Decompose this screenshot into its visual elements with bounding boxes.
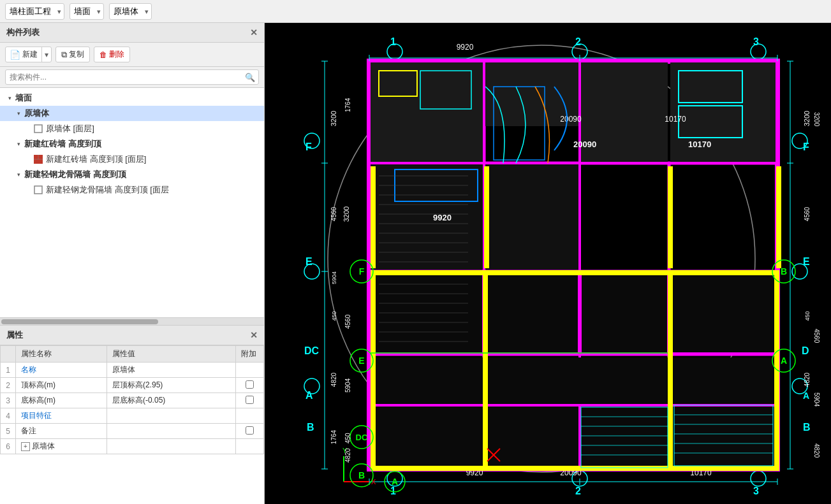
properties-panel: 属性 ✕ 属性名称 属性值 附加 1	[0, 326, 264, 504]
row3-num: 3	[1, 393, 16, 408]
surface-select[interactable]: 墙面	[70, 3, 104, 20]
row6-num: 6	[1, 439, 16, 454]
svg-text:4820: 4820	[344, 448, 351, 463]
tree-item-original-wall[interactable]: ▾ 原墙体	[0, 106, 264, 121]
body-type-select[interactable]: 原墙体	[109, 3, 152, 20]
svg-rect-42	[371, 166, 376, 268]
cad-canvas[interactable]: F E DC B F E D B A 1 2 3 1 2 3 A 9920 20…	[265, 23, 831, 504]
new-arrow-icon[interactable]: ▾	[42, 48, 51, 61]
table-row: 3 底标高(m) 层底标高(-0.05)	[1, 393, 264, 408]
tree-item-new-red-brick-face[interactable]: ▾ 新建红砖墙 高度到顶 [面层]	[0, 152, 264, 167]
svg-text:4560: 4560	[813, 329, 820, 343]
col-extra: 附加	[236, 346, 264, 363]
delete-button[interactable]: 🗑 删除	[94, 47, 130, 62]
toggle-new-red-brick[interactable]: ▾	[14, 140, 23, 148]
surface-wrapper: 墙面	[70, 3, 104, 20]
svg-text:2: 2	[575, 36, 581, 47]
new-button[interactable]: 📄 新建 ▾	[5, 47, 52, 62]
row2-name: 顶标高(m)	[16, 378, 107, 393]
project-type-select[interactable]: 墙柱面工程	[5, 3, 64, 20]
svg-text:F: F	[305, 141, 312, 152]
row2-value: 层顶标高(2.95)	[107, 378, 235, 393]
svg-text:4820: 4820	[804, 372, 811, 387]
label-new-light-steel-face: 新建轻钢龙骨隔墙 高度到顶 [面层	[46, 184, 169, 196]
svg-text:20090: 20090	[573, 140, 596, 149]
svg-text:B: B	[803, 422, 811, 433]
body-type-wrapper: 原墙体	[109, 3, 152, 20]
svg-rect-4	[34, 186, 42, 194]
components-panel-close[interactable]: ✕	[250, 27, 258, 38]
row5-checkbox[interactable]	[246, 426, 254, 435]
properties-panel-title: 属性	[6, 329, 23, 341]
svg-text:3: 3	[753, 36, 759, 47]
face-layer-icon	[33, 124, 43, 134]
toggle-wall-surface[interactable]: ▾	[5, 94, 14, 103]
plus-icon[interactable]: +	[21, 442, 30, 451]
svg-text:450: 450	[344, 433, 351, 443]
svg-text:20090: 20090	[560, 115, 582, 124]
toggle-original-wall[interactable]: ▾	[14, 109, 23, 118]
svg-rect-40	[371, 164, 483, 270]
row6-value	[107, 439, 235, 454]
row5-extra[interactable]	[236, 424, 264, 439]
components-panel-title: 构件列表	[6, 27, 40, 38]
copy-button[interactable]: ⧉ 复制	[55, 47, 90, 62]
scrollbar-thumb[interactable]	[1, 319, 158, 324]
copy-icon: ⧉	[61, 50, 67, 60]
properties-panel-close[interactable]: ✕	[250, 330, 258, 340]
search-input[interactable]	[5, 69, 259, 85]
row3-extra[interactable]	[236, 393, 264, 408]
svg-text:10170: 10170	[688, 140, 711, 149]
tree-item-new-light-steel-face[interactable]: ▾ 新建轻钢龙骨隔墙 高度到顶 [面层	[0, 182, 264, 198]
svg-text:X: X	[371, 478, 376, 486]
col-name: 属性名称	[16, 346, 107, 363]
col-value: 属性值	[107, 346, 235, 363]
svg-text:F: F	[803, 141, 809, 152]
delete-label: 删除	[109, 49, 124, 60]
svg-text:3200: 3200	[330, 111, 337, 126]
label-original-wall: 原墙体	[24, 108, 49, 119]
svg-text:4820: 4820	[813, 443, 820, 458]
svg-text:B: B	[307, 422, 314, 433]
row3-name: 底标高(m)	[16, 393, 107, 408]
svg-text:B: B	[781, 266, 787, 277]
svg-text:2: 2	[575, 486, 581, 496]
row2-extra[interactable]	[236, 378, 264, 393]
row3-value: 层底标高(-0.05)	[107, 393, 235, 408]
svg-text:9920: 9920	[457, 43, 474, 52]
tree-item-new-light-steel[interactable]: ▾ 新建轻钢龙骨隔墙 高度到顶	[0, 167, 264, 182]
svg-text:F: F	[359, 266, 365, 277]
svg-text:A: A	[803, 391, 809, 401]
row1-num: 1	[1, 363, 16, 378]
svg-text:1764: 1764	[330, 429, 337, 444]
svg-text:A: A	[305, 390, 313, 401]
row4-extra	[236, 408, 264, 424]
svg-rect-44	[668, 166, 673, 268]
svg-rect-108	[668, 270, 673, 471]
row1-name[interactable]: 名称	[16, 363, 107, 378]
new-label: 新建	[22, 49, 38, 60]
svg-text:D: D	[802, 345, 809, 356]
project-type-wrapper: 墙柱面工程	[5, 3, 64, 20]
row3-checkbox[interactable]	[246, 396, 254, 404]
row6-name: +原墙体	[16, 439, 107, 454]
tree-item-new-red-brick[interactable]: ▾ 新建红砖墙 高度到顶	[0, 136, 264, 152]
row2-checkbox[interactable]	[246, 380, 254, 389]
tree-item-original-wall-face[interactable]: ▾ 原墙体 [面层]	[0, 121, 264, 136]
svg-text:DC: DC	[304, 345, 320, 356]
horizontal-scrollbar[interactable]	[0, 317, 264, 325]
label-original-wall-face: 原墙体 [面层]	[46, 123, 94, 134]
svg-text:3: 3	[753, 486, 759, 496]
svg-text:E: E	[358, 356, 364, 366]
toggle-new-light-steel[interactable]: ▾	[14, 170, 23, 179]
search-icon: 🔍	[245, 73, 255, 82]
row4-name[interactable]: 项目特征	[16, 408, 107, 424]
svg-rect-110	[371, 270, 779, 275]
svg-rect-96	[485, 275, 578, 353]
light-steel-icon	[33, 185, 43, 195]
svg-rect-105	[670, 407, 776, 468]
tree-item-wall-surface[interactable]: ▾ 墙面	[0, 90, 264, 106]
top-toolbar: 墙柱面工程 墙面 原墙体	[0, 0, 831, 23]
row5-value	[107, 424, 235, 439]
svg-rect-104	[581, 407, 668, 468]
